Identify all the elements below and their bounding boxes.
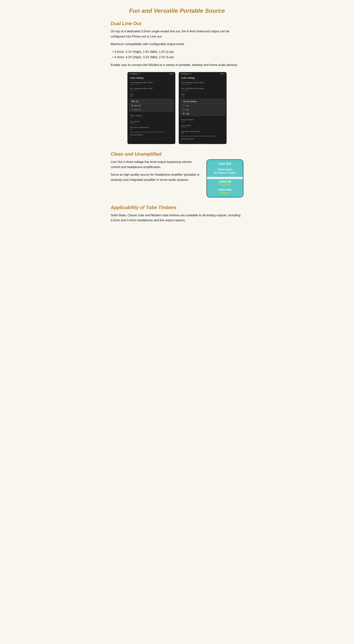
settings-row-dsd-gain-2: DSD gain compensation 0dB [179, 130, 226, 135]
settings-label: Channel balance [181, 138, 224, 140]
settings-sub: DSD LOW [130, 90, 173, 91]
settings-sub: 0dB [181, 132, 224, 134]
popup-title-2: Line Out Setting [180, 99, 225, 104]
card-row-35mm: 3.5mm SE 2.1Vrms [207, 179, 243, 187]
radio-bal-po [132, 104, 133, 106]
settings-label: Gain [181, 93, 224, 95]
line-out-card-fixed: Fixed Output No Volume Control [207, 168, 243, 177]
tube-timbers-para: Solid-State, Classic tube and Modern tub… [111, 213, 243, 223]
line-out-text: Line Out is fixed voltage line level out… [111, 160, 201, 185]
radio-mid [183, 108, 184, 110]
option-label-bal-po: BAL PO [135, 104, 141, 106]
popup-option-bal-lo[interactable]: BAL LO [129, 108, 174, 112]
clean-para1: Line Out is fixed voltage line level out… [111, 160, 201, 170]
settings-label: DSD antialiasing filter setting [181, 87, 224, 90]
popup-option-low[interactable]: Low [180, 104, 225, 108]
settings-label: Tube Timbre [130, 120, 173, 122]
dual-line-out-para2: Maximum compatibility with configurable … [111, 42, 243, 47]
settings-row-channel-2: Channel balance 0 [179, 137, 226, 143]
settings-row-pcm-2: PCM antialiasing filter setting Sharp Ro… [179, 80, 226, 86]
line-out-card-header: Line Out [207, 160, 243, 168]
popup-bal-out: BAL Out BAL PO BAL LO [129, 99, 174, 112]
bullet-list: 3.5mm: 2.1V (High), 1.6V (Mid), 1.0V (Lo… [113, 49, 243, 60]
settings-row-channel-1: Channel balance 0 [128, 133, 175, 139]
settings-sub: Modern [130, 122, 173, 124]
radio-inner [132, 105, 133, 106]
fixed-output-label: Fixed Output [209, 168, 241, 171]
settings-sub: Tube [130, 116, 173, 118]
no-volume-label: No Volume Control [209, 171, 241, 174]
settings-label: DSD antialiasing filter setting [130, 87, 173, 90]
spacer-2 [179, 116, 226, 118]
settings-row-dsd-2: DSD antialiasing filter setting DSD LOW [179, 86, 226, 92]
card-label-44mm: 4.4mm BAL [209, 188, 241, 191]
screenshot-bal-out: 30 MdB BAL⍉ ✦ 50% ▪ Audio settings PCM a… [127, 72, 175, 144]
settings-row-timbre-2: Timbre Settings Tube [179, 118, 226, 124]
card-row-44mm: 4.4mm BAL 4.2Vrms [207, 187, 243, 197]
spacer-1 [128, 112, 175, 114]
screenshots-row: 30 MdB BAL⍉ ✦ 50% ▪ Audio settings PCM a… [111, 72, 243, 144]
settings-label: Channel balance [130, 134, 173, 136]
settings-label: Tube Timbre [181, 124, 224, 126]
card-label-35mm: 3.5mm SE [209, 180, 241, 183]
settings-sub: 0 [181, 140, 224, 142]
watermark-1: www.hifi-amplifiers.com [128, 139, 175, 140]
status-right-1: 50% ▪ [170, 73, 174, 75]
settings-row-tube-timbre-2: Tube Timbre Modern [179, 124, 226, 130]
bullet-item-1: 3.5mm: 2.1V (High), 1.6V (Mid), 1.0V (Lo… [113, 49, 243, 55]
section-dual-line-out-heading: Dual Line Out [111, 21, 243, 26]
bullet-item-2: 4.4mm: 4.2V (High), 3.2V (Mid), 2.0V (Lo… [113, 55, 243, 60]
settings-sub: 0dB [130, 128, 173, 130]
radio-high [183, 113, 184, 114]
screen-title-2: Audio settings [179, 76, 226, 80]
popup-option-mid[interactable]: Mid [180, 108, 225, 112]
status-bar-2: 30 MdB BAL⍉ ✦ 50% ▪ [179, 72, 226, 76]
settings-row-tube-timbre-1: Tube Timbre Modern [128, 120, 175, 126]
settings-row-dsd-gain-1: DSD gain compensation 0dB [128, 126, 175, 131]
settings-sub: Modern [181, 126, 224, 128]
settings-sub: MdB [181, 95, 224, 97]
settings-row-pcm-1: PCM antialiasing filter setting Sharp Ro… [128, 80, 175, 86]
settings-row-gain-1: Gain MdB [128, 92, 175, 98]
option-label-low: Low [186, 104, 189, 106]
screen-title-1: Audio settings [128, 76, 175, 80]
screenshot-line-out: 30 MdB BAL⍉ ✦ 50% ▪ Audio settings PCM a… [179, 72, 227, 144]
status-left-2: 30 MdB BAL⍉ ✦ [180, 73, 192, 75]
settings-row-dsd-1: DSD antialiasing filter setting DSD LOW [128, 86, 175, 92]
radio-bal-lo [132, 108, 133, 110]
settings-sub: 0 [130, 136, 173, 138]
line-out-card: Line Out Fixed Output No Volume Control … [206, 160, 243, 198]
option-label-mid: Mid [186, 108, 189, 111]
dual-line-out-para3: Enable user to connect the N3Ultra to a … [111, 62, 243, 68]
option-label-bal-lo: BAL LO [135, 108, 141, 111]
radio-low [183, 104, 184, 106]
dual-line-out-para1: On top of a dedicated 3.5mm single-ended… [111, 29, 243, 39]
popup-line-out-setting: Line Out Setting Low Mid High [180, 99, 225, 116]
popup-title-1: BAL Out [129, 99, 174, 104]
card-value-35mm: 2.1Vrms [209, 183, 241, 186]
clean-para2: Serve as high quality source for headpho… [111, 172, 201, 182]
status-left-1: 30 MdB BAL⍉ ✦ [129, 73, 141, 75]
settings-sub: MdB [130, 95, 173, 97]
section-clean-heading: Clean and Unamplified [111, 152, 243, 157]
settings-sub: Sharp Roll-off [130, 84, 173, 85]
popup-option-high[interactable]: High [180, 112, 225, 116]
section-tube-timbers-heading: Applicability of Tube Timbers [111, 205, 243, 210]
settings-row-timbre-1: Timbre Settings Tube [128, 114, 175, 120]
page-title: Fun and Versatile Portable Source [111, 8, 243, 14]
popup-option-bal-po[interactable]: BAL PO [129, 104, 174, 108]
settings-sub: DSD LOW [181, 90, 224, 91]
card-value-44mm: 4.2Vrms [209, 191, 241, 194]
settings-label: Gain [130, 93, 173, 95]
radio-inner-high [183, 113, 184, 114]
settings-label: PCM antialiasing filter setting [181, 82, 224, 84]
option-label-high: High [186, 113, 189, 115]
settings-label: Timbre Settings [130, 114, 173, 116]
settings-label: PCM antialiasing filter setting [130, 82, 173, 84]
status-bar-1: 30 MdB BAL⍉ ✦ 50% ▪ [128, 72, 175, 76]
watermark-2: www.hifi-amplifiers.com [179, 143, 226, 144]
line-out-section: Line Out is fixed voltage line level out… [111, 160, 243, 198]
settings-sub: Sharp Roll-off [181, 84, 224, 85]
settings-label: Timbre Settings [181, 118, 224, 120]
settings-label: DSD gain compensation [181, 130, 224, 132]
